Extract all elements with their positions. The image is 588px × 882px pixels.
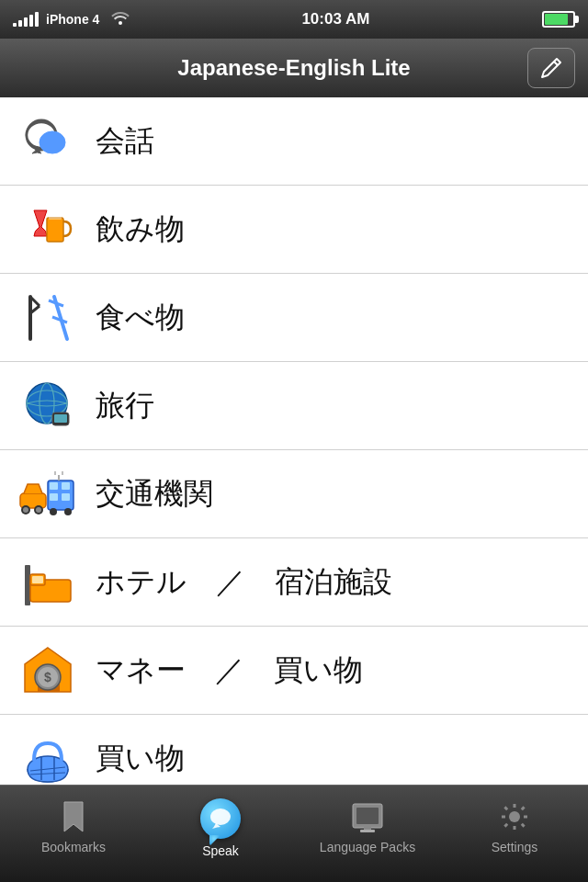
status-time: 10:03 AM bbox=[301, 10, 369, 28]
list-item[interactable]: $ マネー ／ 買い物 bbox=[0, 627, 588, 715]
svg-point-27 bbox=[64, 508, 72, 515]
language-packs-tab-icon bbox=[349, 798, 386, 835]
svg-rect-34 bbox=[32, 576, 43, 583]
svg-rect-31 bbox=[25, 565, 30, 605]
tab-label-bookmarks: Bookmarks bbox=[41, 840, 106, 854]
item-label-money: マネー ／ 買い物 bbox=[96, 650, 363, 691]
status-left: iPhone 4 ️ bbox=[13, 10, 130, 28]
svg-rect-23 bbox=[62, 482, 70, 490]
drinks-icon bbox=[18, 200, 77, 259]
list-item[interactable]: 飲み物 bbox=[0, 186, 588, 274]
app-title: Japanese-English Lite bbox=[177, 55, 410, 81]
list-item[interactable]: 食べ物 bbox=[0, 274, 588, 362]
carrier-name: iPhone 4 bbox=[46, 12, 99, 27]
svg-point-26 bbox=[50, 508, 57, 515]
item-label-kotsu: 交通機関 bbox=[96, 474, 213, 514]
tab-language-packs[interactable]: Language Packs bbox=[294, 795, 441, 854]
item-label-tabemono: 食べ物 bbox=[96, 298, 185, 338]
svg-rect-24 bbox=[50, 493, 58, 501]
signal-bars bbox=[13, 12, 39, 27]
battery-fill bbox=[545, 14, 569, 25]
svg-point-2 bbox=[40, 131, 65, 153]
food-icon bbox=[18, 288, 77, 347]
svg-rect-15 bbox=[54, 414, 67, 423]
item-label-kaimono: 買い物 bbox=[96, 739, 185, 779]
item-label-hoteru: ホテル ／ 宿泊施設 bbox=[96, 562, 392, 603]
tab-speak[interactable]: Speak bbox=[147, 795, 294, 858]
svg-point-47 bbox=[210, 808, 231, 825]
signal-bar-5 bbox=[35, 12, 39, 27]
svg-rect-25 bbox=[62, 493, 70, 501]
item-label-ryoko: 旅行 bbox=[96, 386, 154, 426]
travel-icon bbox=[18, 377, 77, 435]
app-header: Japanese-English Lite bbox=[0, 39, 588, 97]
tab-label-language-packs: Language Packs bbox=[320, 840, 415, 854]
status-right bbox=[542, 11, 575, 28]
item-label-nomimono: 飲み物 bbox=[96, 209, 185, 250]
battery-indicator bbox=[542, 11, 575, 28]
tab-bookmarks[interactable]: Bookmarks bbox=[0, 795, 147, 854]
status-bar: iPhone 4 ️ 10:03 AM bbox=[0, 0, 588, 39]
settings-tab-icon bbox=[496, 798, 533, 835]
chat-icon bbox=[18, 112, 77, 171]
svg-point-52 bbox=[509, 811, 520, 822]
money-icon: $ bbox=[18, 641, 77, 700]
list-item[interactable]: 交通機関 bbox=[0, 450, 588, 538]
signal-bar-3 bbox=[24, 17, 28, 27]
tab-settings[interactable]: Settings bbox=[441, 795, 588, 854]
edit-button[interactable] bbox=[527, 48, 575, 88]
list-item[interactable]: 会話 bbox=[0, 97, 588, 186]
list-item[interactable]: 旅行 bbox=[0, 362, 588, 450]
tab-bar: Bookmarks Speak Language Packs bbox=[0, 785, 588, 882]
list-item[interactable]: ホテル ／ 宿泊施設 bbox=[0, 538, 588, 627]
speak-tab-icon bbox=[200, 798, 241, 839]
signal-bar-4 bbox=[29, 15, 33, 27]
signal-bar-2 bbox=[18, 20, 22, 27]
tab-label-settings: Settings bbox=[492, 840, 538, 854]
item-label-kaiwa: 会話 bbox=[96, 121, 154, 162]
svg-text:$: $ bbox=[44, 670, 51, 684]
svg-rect-49 bbox=[356, 808, 379, 824]
hotel-icon bbox=[18, 553, 77, 612]
bookmark-tab-icon bbox=[55, 798, 92, 835]
svg-rect-51 bbox=[360, 830, 375, 832]
signal-bar-1 bbox=[13, 23, 17, 27]
svg-point-18 bbox=[23, 507, 28, 513]
svg-rect-3 bbox=[47, 218, 63, 242]
svg-rect-22 bbox=[50, 482, 58, 490]
category-list: 会話 飲み物 食べ物 bbox=[0, 97, 588, 858]
svg-point-20 bbox=[36, 507, 41, 513]
transport-icon bbox=[18, 465, 77, 524]
svg-rect-4 bbox=[49, 212, 62, 220]
wifi-icon: ️ bbox=[107, 10, 129, 28]
tab-label-speak: Speak bbox=[202, 843, 239, 858]
shopping-icon bbox=[18, 729, 77, 788]
